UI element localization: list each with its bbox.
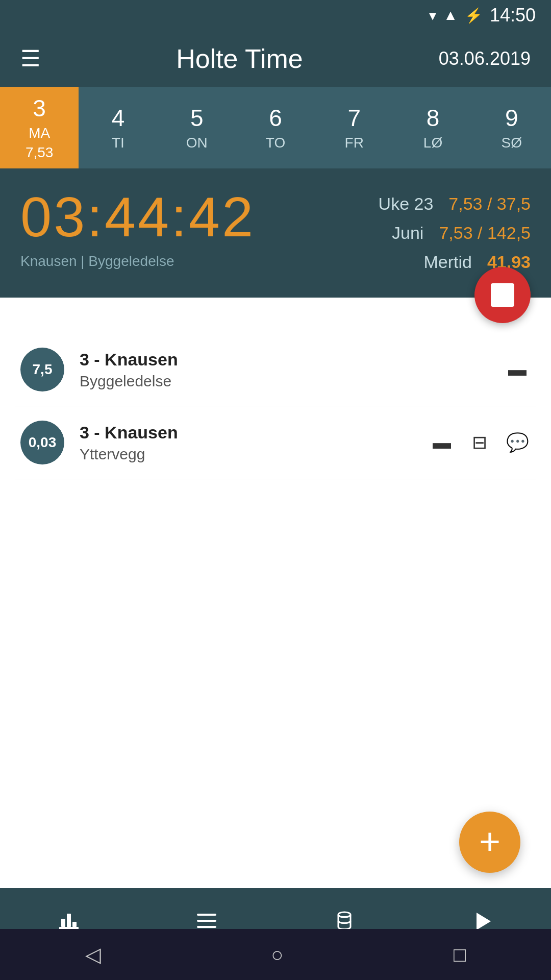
battery-icon: ⚡ [465, 7, 483, 24]
entry-actions: ▬ [504, 356, 531, 383]
svg-rect-3 [72, 922, 77, 927]
status-icons: ▾ ▲ ⚡ 14:50 [429, 5, 536, 26]
svg-marker-8 [477, 913, 491, 930]
day-name: TO [266, 135, 285, 151]
signal-icon: ▲ [443, 7, 458, 23]
status-bar: ▾ ▲ ⚡ 14:50 [0, 0, 551, 31]
day-name: SØ [502, 135, 522, 151]
entry-badge: 0,03 [20, 421, 64, 464]
stop-icon [491, 283, 514, 307]
stat-row: Uke 23 7,53 / 37,5 [379, 194, 531, 214]
entry-sub: Byggeledelse [80, 373, 504, 390]
app-title: Holte Time [176, 43, 303, 74]
svg-rect-5 [197, 920, 216, 922]
plus-icon: + [479, 823, 500, 860]
svg-rect-1 [61, 919, 65, 927]
entry-sub: Yttervegg [80, 446, 429, 463]
svg-rect-4 [197, 914, 216, 916]
day-name: TI [112, 135, 124, 151]
app-bar: ☰ Holte Time 03.06.2019 [0, 31, 551, 87]
entry-actions: ▬⊟💬 [429, 429, 531, 456]
day-name: FR [345, 135, 364, 151]
table-row: 0,03 3 - Knausen Yttervegg ▬⊟💬 [15, 406, 536, 479]
stat-label: Juni [392, 223, 423, 243]
card-icon[interactable]: ▬ [504, 356, 531, 383]
entries-section: 7,5 3 - Knausen Byggeledelse ▬ 0,03 3 - … [0, 298, 551, 500]
day-item-3[interactable]: 3 MA 7,53 [0, 87, 79, 168]
system-nav: ◁ ○ □ [0, 929, 551, 980]
day-number: 8 [427, 104, 440, 132]
day-number: 5 [190, 104, 204, 132]
stat-label: Mertid [423, 252, 471, 272]
status-time: 14:50 [490, 5, 536, 26]
chat-icon[interactable]: 💬 [504, 429, 531, 456]
card-icon[interactable]: ▬ [429, 429, 455, 456]
stat-value: 7,53 / 142,5 [439, 223, 531, 243]
timer-stats: Uke 23 7,53 / 37,5 Juni 7,53 / 142,5 Mer… [379, 194, 531, 272]
timer-display: 03:44:42 [20, 189, 255, 245]
wifi-icon: ▾ [429, 7, 436, 24]
stop-button[interactable] [474, 267, 531, 323]
stat-row: Mertid 41,93 [423, 252, 531, 272]
app-date: 03.06.2019 [439, 48, 531, 69]
day-name: MA [29, 125, 50, 141]
day-number: 9 [505, 104, 518, 132]
day-name: LØ [423, 135, 442, 151]
entry-name: 3 - Knausen [80, 423, 429, 443]
home-button[interactable]: ○ [271, 943, 283, 966]
day-item-4[interactable]: 4 TI [79, 87, 157, 168]
entry-name: 3 - Knausen [80, 350, 504, 370]
stat-label: Uke 23 [379, 194, 434, 214]
day-hours: 7,53 [26, 144, 54, 161]
day-item-9[interactable]: 9 SØ [472, 87, 551, 168]
day-number: 3 [33, 94, 46, 122]
image-icon[interactable]: ⊟ [466, 429, 493, 456]
hamburger-icon[interactable]: ☰ [20, 47, 40, 70]
day-number: 7 [347, 104, 361, 132]
day-item-5[interactable]: 5 ON [158, 87, 236, 168]
add-entry-button[interactable]: + [459, 812, 520, 873]
timer-section: 03:44:42 Knausen | Byggeledelse Uke 23 7… [0, 168, 551, 298]
day-number: 6 [269, 104, 282, 132]
day-item-8[interactable]: 8 LØ [393, 87, 472, 168]
entry-info: 3 - Knausen Byggeledelse [80, 350, 504, 390]
day-name: ON [186, 135, 208, 151]
entry-info: 3 - Knausen Yttervegg [80, 423, 429, 463]
svg-rect-2 [67, 914, 71, 927]
day-number: 4 [112, 104, 125, 132]
stat-row: Juni 7,53 / 142,5 [392, 223, 531, 243]
stat-value: 7,53 / 37,5 [448, 194, 531, 214]
recents-button[interactable]: □ [454, 943, 466, 966]
back-button[interactable]: ◁ [85, 943, 101, 966]
timer-project: Knausen | Byggeledelse [20, 253, 255, 270]
day-item-6[interactable]: 6 TO [236, 87, 315, 168]
entry-badge: 7,5 [20, 348, 64, 391]
day-item-7[interactable]: 7 FR [315, 87, 393, 168]
table-row: 7,5 3 - Knausen Byggeledelse ▬ [15, 333, 536, 406]
svg-rect-6 [197, 926, 216, 928]
day-selector: 3 MA 7,53 4 TI 5 ON 6 TO 7 FR 8 LØ 9 SØ [0, 87, 551, 168]
